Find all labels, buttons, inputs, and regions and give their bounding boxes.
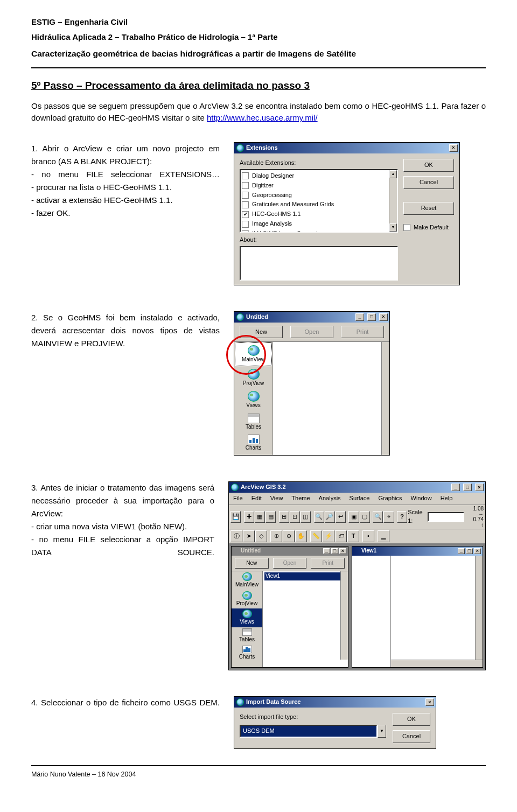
cancel-button[interactable]: Cancel — [393, 730, 430, 743]
clear-selected-icon[interactable]: ▢ — [360, 511, 370, 523]
menu-graphics[interactable]: Graphics — [378, 494, 403, 503]
scroll-down-icon[interactable]: ▼ — [389, 223, 397, 232]
find-icon[interactable]: 🔍 — [373, 511, 383, 523]
zoom-in-icon[interactable]: 🔍 — [314, 511, 324, 523]
histogram-icon[interactable]: ▁ — [378, 530, 389, 542]
scrollbar[interactable] — [391, 660, 483, 667]
menu-file[interactable]: File — [232, 494, 244, 503]
scroll-up-icon[interactable]: ▲ — [389, 170, 397, 178]
ext-item: IMAGINE Image Support — [242, 229, 396, 232]
import-file-type-dropdown[interactable]: USGS DEM ▼ — [240, 725, 386, 738]
hotlink-icon[interactable]: ⚡ — [323, 530, 334, 542]
view-canvas[interactable] — [391, 556, 483, 668]
sidebar-item-charts[interactable]: Charts — [232, 645, 262, 662]
identify-icon[interactable]: ⓘ — [230, 530, 242, 542]
minimize-icon[interactable]: _ — [355, 313, 364, 321]
checkbox-icon[interactable] — [242, 221, 249, 228]
text-icon[interactable]: T — [347, 530, 359, 542]
sidebar-item-views[interactable]: Views — [232, 608, 262, 627]
pointer-icon[interactable]: ➤ — [243, 530, 255, 542]
menu-analysis[interactable]: Analysis — [318, 494, 342, 503]
sidebar-item-views[interactable]: Views — [234, 389, 273, 411]
menu-edit[interactable]: Edit — [250, 494, 263, 503]
vertex-edit-icon[interactable]: ◇ — [255, 530, 267, 542]
ok-button[interactable]: OK — [393, 713, 430, 726]
checkbox-icon[interactable] — [403, 224, 410, 231]
checkbox-icon[interactable]: ✔ — [242, 211, 249, 218]
draw-point-icon[interactable]: • — [362, 530, 374, 542]
minimize-icon[interactable]: _ — [451, 484, 460, 491]
pan-icon[interactable]: ✋ — [295, 530, 307, 542]
print-button[interactable]: Print — [341, 326, 384, 339]
maximize-icon[interactable]: □ — [466, 548, 473, 554]
chevron-down-icon[interactable]: ▼ — [378, 725, 386, 738]
scrollbar[interactable]: ▲ ▼ — [389, 170, 397, 232]
zoom-selected-icon[interactable]: ◫ — [301, 511, 311, 523]
hec-link[interactable]: http://www.hec.usace.army.mil/ — [207, 113, 318, 122]
sidebar-item-tables[interactable]: Tables — [234, 411, 273, 433]
list-item[interactable]: View1 — [264, 572, 346, 580]
menu-theme[interactable]: Theme — [290, 494, 311, 503]
add-theme-icon[interactable]: ✚ — [244, 511, 254, 523]
edit-legend-icon[interactable]: ▤ — [266, 511, 276, 523]
new-button[interactable]: New — [240, 326, 283, 339]
sidebar-item-projview[interactable]: ProjView — [232, 590, 262, 609]
open-button[interactable]: Open — [290, 326, 333, 339]
ok-button[interactable]: OK — [403, 159, 454, 172]
theme-props-icon[interactable]: ▦ — [255, 511, 265, 523]
menu-window[interactable]: Window — [410, 494, 433, 503]
open-button[interactable]: Open — [273, 558, 307, 569]
menu-help[interactable]: Help — [439, 494, 454, 503]
zoom-in-tool-icon[interactable]: ⊕ — [270, 530, 282, 542]
checkbox-icon[interactable] — [242, 230, 249, 233]
menubar[interactable]: File Edit View Theme Analysis Surface Gr… — [229, 493, 485, 505]
view1-titlebar: View1 _ □ × — [352, 547, 483, 556]
select-features-icon[interactable]: ▣ — [348, 511, 359, 523]
print-button[interactable]: Print — [311, 558, 345, 569]
close-icon[interactable]: × — [339, 548, 346, 554]
checkbox-icon[interactable] — [242, 201, 249, 208]
make-default-checkbox[interactable]: Make Default — [403, 223, 454, 232]
minimize-icon[interactable]: _ — [458, 548, 465, 554]
scrollbar[interactable] — [340, 571, 348, 660]
new-button[interactable]: New — [235, 558, 269, 569]
close-icon[interactable]: × — [449, 144, 458, 152]
zoom-full-icon[interactable]: ⊞ — [279, 511, 289, 523]
extensions-list[interactable]: Dialog Designer Digitizer Geoprocessing … — [240, 169, 398, 233]
sidebar-item-mainview[interactable]: MainView — [235, 342, 272, 366]
save-icon[interactable]: 💾 — [230, 511, 241, 523]
menu-view[interactable]: View — [269, 494, 284, 503]
sidebar-item-tables[interactable]: Tables — [232, 627, 262, 645]
checkbox-icon[interactable] — [242, 182, 249, 189]
cancel-button[interactable]: Cancel — [403, 176, 454, 189]
sidebar-item-mainview[interactable]: MainView — [232, 571, 262, 590]
zoom-prev-icon[interactable]: ↩ — [336, 511, 346, 523]
close-icon[interactable]: × — [379, 313, 388, 321]
reset-button[interactable]: Reset — [403, 202, 454, 215]
scale-input[interactable] — [428, 512, 464, 522]
checkbox-icon[interactable] — [242, 192, 249, 199]
zoom-active-icon[interactable]: ⊡ — [290, 511, 300, 523]
label-icon[interactable]: 🏷 — [335, 530, 347, 542]
sidebar-item-projview[interactable]: ProjView — [234, 367, 273, 389]
maximize-icon[interactable]: □ — [463, 484, 472, 491]
close-icon[interactable]: × — [475, 484, 484, 491]
view-toc[interactable] — [352, 556, 391, 668]
maximize-icon[interactable]: □ — [367, 313, 376, 321]
close-icon[interactable]: × — [474, 548, 481, 554]
zoom-out-tool-icon[interactable]: ⊖ — [283, 530, 295, 542]
checkbox-icon[interactable] — [242, 172, 249, 179]
scrollbar[interactable] — [475, 556, 483, 660]
sidebar-item-charts[interactable]: Charts — [234, 432, 273, 454]
zoom-out-icon[interactable]: 🔎 — [325, 511, 335, 523]
close-icon[interactable]: × — [425, 698, 434, 706]
maximize-icon[interactable]: □ — [331, 548, 338, 554]
scrollbar[interactable] — [381, 342, 389, 455]
project-list[interactable]: View1 — [263, 571, 348, 667]
help-icon[interactable]: ? — [397, 511, 407, 523]
menu-surface[interactable]: Surface — [348, 494, 371, 503]
ext-item: Dialog Designer — [242, 171, 396, 181]
measure-icon[interactable]: 📏 — [310, 530, 322, 542]
locate-icon[interactable]: ⌖ — [383, 511, 394, 523]
minimize-icon[interactable]: _ — [323, 548, 330, 554]
